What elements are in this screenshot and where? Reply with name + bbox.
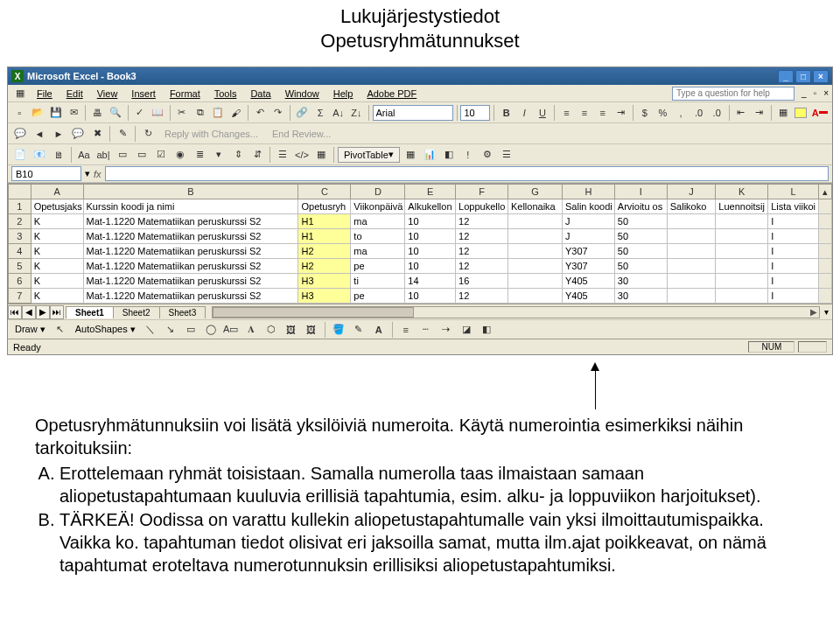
cell[interactable]: 12 — [456, 244, 508, 259]
borders-icon[interactable]: ▦ — [775, 104, 792, 122]
cell[interactable]: Mat-1.1220 Matematiikan peruskurssi S2 — [83, 244, 298, 259]
menu-data[interactable]: Data — [244, 87, 276, 101]
cell[interactable]: ti — [351, 274, 405, 289]
cell[interactable] — [508, 229, 562, 244]
formula-bar-input[interactable] — [105, 166, 829, 181]
sort-asc-icon[interactable]: A↓ — [330, 104, 346, 122]
cell[interactable]: 10 — [405, 289, 456, 304]
print-icon[interactable]: 🖶 — [89, 104, 106, 122]
menu-edit[interactable]: Edit — [60, 87, 89, 101]
cell[interactable] — [667, 289, 716, 304]
select-objects-icon[interactable]: ↖ — [52, 321, 69, 339]
pivot-refresh-icon[interactable]: ! — [459, 146, 477, 164]
next-comment-icon[interactable]: ► — [50, 125, 67, 143]
cell[interactable]: Arvioitu os — [614, 199, 667, 214]
cell[interactable]: 50 — [614, 229, 667, 244]
col-header-D[interactable]: D — [351, 185, 405, 199]
menu-adobe-pdf[interactable]: Adobe PDF — [360, 87, 423, 101]
cell[interactable]: 50 — [614, 259, 667, 274]
diagram-icon[interactable]: ⬡ — [262, 321, 280, 339]
cell[interactable]: 14 — [405, 274, 456, 289]
cell[interactable] — [667, 244, 716, 259]
redo-icon[interactable]: ↷ — [270, 104, 287, 122]
sheet-tab-2[interactable]: Sheet2 — [113, 306, 160, 318]
tab-nav-next-icon[interactable]: ▶ — [36, 305, 50, 319]
cell[interactable]: K — [31, 214, 83, 229]
cell[interactable]: 12 — [456, 259, 508, 274]
cell[interactable]: H2 — [298, 244, 351, 259]
cell[interactable]: 12 — [456, 214, 508, 229]
cell[interactable]: Opetusryh — [298, 199, 351, 214]
cell[interactable] — [508, 289, 562, 304]
cell[interactable] — [716, 259, 768, 274]
show-all-comments-icon[interactable]: 💬 — [69, 125, 87, 143]
merge-center-icon[interactable]: ⇥ — [612, 104, 629, 122]
cell[interactable]: ma — [351, 214, 405, 229]
row-header[interactable]: 4 — [9, 244, 32, 259]
groupbox-control-icon[interactable]: ▭ — [114, 146, 131, 164]
cell[interactable]: Salin koodi — [562, 199, 614, 214]
cell[interactable]: K — [31, 274, 83, 289]
cell[interactable]: Loppukello — [456, 199, 508, 214]
cell[interactable]: 12 — [456, 229, 508, 244]
sort-desc-icon[interactable]: Z↓ — [348, 104, 365, 122]
restore-button[interactable]: □ — [795, 70, 811, 83]
pdf-convert-icon[interactable]: 📄 — [11, 146, 29, 164]
decrease-indent-icon[interactable]: ⇤ — [732, 104, 749, 122]
cell[interactable]: K — [31, 244, 83, 259]
label-control-icon[interactable]: Aa — [75, 146, 93, 164]
font-color-icon[interactable]: A — [811, 104, 829, 122]
minimize-button[interactable]: _ — [778, 70, 794, 83]
align-right-icon[interactable]: ≡ — [594, 104, 611, 122]
fill-color-draw-icon[interactable]: 🪣 — [330, 321, 347, 339]
cell[interactable]: H1 — [298, 229, 351, 244]
picture-icon[interactable]: 🖼 — [303, 321, 320, 339]
cell[interactable] — [667, 214, 716, 229]
ink-icon[interactable]: ✎ — [114, 125, 131, 143]
menu-view[interactable]: View — [91, 87, 124, 101]
cell[interactable] — [508, 259, 562, 274]
pdf-review-icon[interactable]: 🗎 — [50, 146, 67, 164]
menu-insert[interactable]: Insert — [125, 87, 162, 101]
cell[interactable]: H2 — [298, 259, 351, 274]
cell[interactable] — [716, 229, 768, 244]
fx-icon[interactable]: fx — [94, 169, 102, 179]
tab-nav-last-icon[interactable]: ⏭ — [50, 305, 64, 319]
button-control-icon[interactable]: ▭ — [133, 146, 150, 164]
col-header-E[interactable]: E — [405, 185, 456, 199]
row-header[interactable]: 6 — [9, 274, 32, 289]
sheet-tab-1[interactable]: Sheet1 — [66, 306, 114, 318]
arrow-style-icon[interactable]: ⇢ — [438, 321, 455, 339]
cell[interactable]: Mat-1.1220 Matematiikan peruskurssi S2 — [83, 214, 298, 229]
rectangle-icon[interactable]: ▭ — [182, 321, 200, 339]
horizontal-scrollbar[interactable]: ◀ ▶ — [212, 306, 820, 318]
cell[interactable]: Mat-1.1220 Matematiikan peruskurssi S2 — [83, 259, 298, 274]
font-color-draw-icon[interactable]: A — [370, 321, 388, 339]
autoshapes-menu[interactable]: AutoShapes ▾ — [72, 324, 139, 335]
cell[interactable] — [667, 274, 716, 289]
cell[interactable]: Salikoko — [667, 199, 716, 214]
menu-format[interactable]: Format — [164, 87, 206, 101]
cell[interactable]: Mat-1.1220 Matematiikan peruskurssi S2 — [83, 274, 298, 289]
comma-icon[interactable]: , — [673, 104, 690, 122]
cell[interactable]: ma — [351, 244, 405, 259]
properties-icon[interactable]: ☰ — [274, 146, 291, 164]
cell[interactable]: H3 — [298, 274, 351, 289]
align-left-icon[interactable]: ≡ — [558, 104, 575, 122]
reply-with-changes-button[interactable]: Reply with Changes... — [158, 127, 264, 141]
doc-minimize-button[interactable]: _ — [802, 88, 807, 98]
cell[interactable]: I — [768, 274, 819, 289]
cell[interactable]: 16 — [456, 274, 508, 289]
font-size-input[interactable] — [460, 105, 490, 121]
permission-icon[interactable]: ✉ — [66, 104, 82, 122]
scrollbar-control-icon[interactable]: ⇕ — [229, 146, 247, 164]
cell[interactable]: Y405 — [562, 274, 614, 289]
row-header[interactable]: 1 — [9, 199, 32, 214]
cell[interactable]: Y405 — [562, 289, 614, 304]
vertical-scrollbar-track[interactable] — [818, 244, 831, 259]
namebox-dropdown-icon[interactable]: ▾ — [85, 168, 90, 179]
cell[interactable]: 10 — [405, 244, 456, 259]
checkbox-control-icon[interactable]: ☑ — [152, 146, 170, 164]
delete-comment-icon[interactable]: ✖ — [88, 125, 106, 143]
shadow-icon[interactable]: ◪ — [458, 321, 475, 339]
